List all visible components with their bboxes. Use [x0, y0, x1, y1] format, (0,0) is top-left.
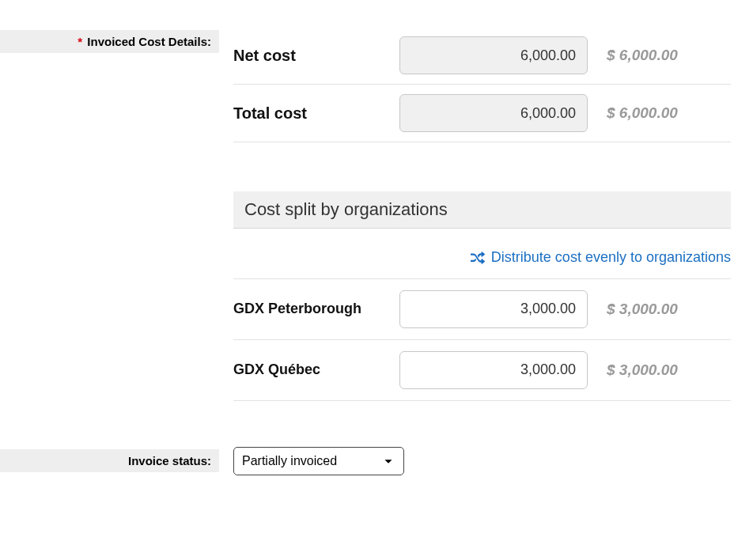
- total-cost-input: [399, 94, 588, 132]
- org-input-quebec[interactable]: [399, 351, 588, 389]
- net-cost-input: [399, 36, 588, 74]
- distribute-row: Distribute cost evenly to organizations: [233, 235, 731, 279]
- distribute-evenly-text: Distribute cost evenly to organizations: [491, 249, 731, 266]
- invoice-status-text: Invoice status:: [128, 454, 211, 467]
- org-row-quebec: GDX Québec $ 3,000.00: [233, 340, 731, 401]
- net-cost-row: Net cost $ 6,000.00: [233, 30, 731, 85]
- org-input-peterborough[interactable]: [399, 290, 588, 328]
- invoiced-cost-details-label: * Invoiced Cost Details:: [0, 30, 219, 53]
- org-display-quebec: $ 3,000.00: [588, 361, 678, 379]
- invoiced-cost-details-text: Invoiced Cost Details:: [87, 35, 211, 48]
- invoice-status-label: Invoice status:: [0, 449, 219, 472]
- total-cost-display: $ 6,000.00: [588, 104, 678, 122]
- net-cost-label: Net cost: [233, 47, 399, 65]
- total-cost-label: Total cost: [233, 104, 399, 123]
- net-cost-display: $ 6,000.00: [588, 47, 678, 64]
- org-row-peterborough: GDX Peterborough $ 3,000.00: [233, 279, 731, 340]
- distribute-evenly-link[interactable]: Distribute cost evenly to organizations: [471, 249, 731, 266]
- shuffle-icon: [471, 251, 485, 265]
- invoice-status-select[interactable]: Partially invoiced: [233, 447, 404, 475]
- org-name-peterborough: GDX Peterborough: [233, 301, 399, 317]
- required-asterisk: *: [78, 35, 82, 48]
- org-name-quebec: GDX Québec: [233, 361, 399, 378]
- org-display-peterborough: $ 3,000.00: [588, 301, 678, 318]
- cost-split-header: Cost split by organizations: [233, 191, 731, 229]
- total-cost-row: Total cost $ 6,000.00: [233, 85, 731, 142]
